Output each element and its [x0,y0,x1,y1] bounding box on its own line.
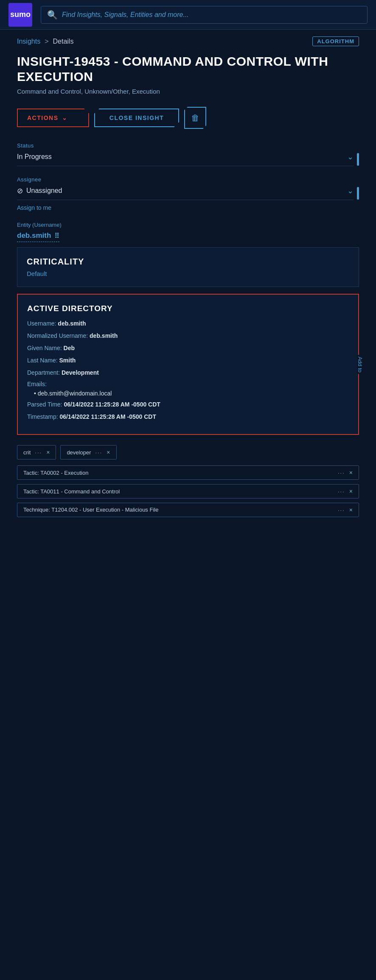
header: su mo 🔍 Find Insights, Signals, Entities… [0,0,376,30]
criticality-value: Default [27,270,349,277]
entity-section: Entity (Username) deb.smith ⠿ CRITICALIT… [17,222,359,435]
assignee-chevron-icon: ⌄ [347,186,354,195]
criticality-card: CRITICALITY Default [17,247,359,287]
search-placeholder: Find Insights, Signals, Entities and mor… [62,11,189,19]
assignee-label: Assignee [17,176,359,183]
technique-user-execution-close[interactable]: × [349,507,353,513]
assignee-value: ⊘ Unassigned [17,187,62,195]
logo: su mo [8,3,32,27]
active-directory-wrapper: ACTIVE DIRECTORY Username: deb.smith Nor… [17,294,359,435]
ad-department: Department: Development [27,368,349,377]
tag-crit: crit ··· × [17,445,56,459]
search-icon: 🔍 [47,10,58,20]
breadcrumb-insights-link[interactable]: Insights [17,38,40,45]
breadcrumb-current: Details [53,38,73,45]
entity-username-link[interactable]: deb.smith ⠿ [17,231,59,242]
user-icon: ⊘ [17,187,23,195]
tactic-command-control-close[interactable]: × [349,488,353,495]
technique-user-execution-label: Technique: T1204.002 - User Execution - … [23,507,158,513]
ad-last-name: Last Name: Smith [27,356,349,365]
insight-title: INSIGHT-19453 - COMMAND AND CONTROL WITH… [17,54,359,84]
criticality-title: CRITICALITY [27,257,349,267]
tactic-execution-label: Tactic: TA0002 - Execution [23,470,88,476]
ad-norm-username: Normalized Username: deb.smith [27,331,349,340]
close-insight-button[interactable]: CLOSE INSIGHT [94,109,179,127]
ad-email-item: deb.smith@windomain.local [34,390,349,397]
status-chevron-icon: ⌄ [347,152,354,161]
search-bar[interactable]: 🔍 Find Insights, Signals, Entities and m… [41,6,368,24]
entity-label: Entity (Username) [17,222,359,228]
tag-developer: developer ··· × [60,445,116,459]
trash-button[interactable]: 🗑 [184,107,206,129]
assignee-field: Assignee ⊘ Unassigned ⌄ Assign to me [17,176,359,212]
chevron-down-icon: ⌄ [62,114,68,121]
tag-developer-close[interactable]: × [107,449,110,456]
tactic-execution-dots[interactable]: ··· [338,470,345,476]
status-label: Status [17,142,359,149]
active-directory-title: ACTIVE DIRECTORY [27,304,349,313]
status-dropdown[interactable]: In Progress ⌄ [17,152,354,166]
tactic-command-control: Tactic: TA0011 - Command and Control ···… [17,484,359,498]
tactic-command-control-label: Tactic: TA0011 - Command and Control [23,488,120,495]
breadcrumb-separator: > [45,38,48,45]
tag-developer-label: developer [67,449,91,456]
technique-user-execution: Technique: T1204.002 - User Execution - … [17,503,359,517]
algorithm-badge: ALGORITHM [312,36,359,46]
tag-developer-dots[interactable]: ··· [95,449,102,456]
ad-given-name: Given Name: Deb [27,344,349,353]
grid-icon: ⠿ [54,232,59,240]
tag-crit-close[interactable]: × [46,449,50,456]
actions-button[interactable]: ACTIONS ⌄ [17,109,89,127]
ad-parsed-time: Parsed Time: 06/14/2022 11:25:28 AM -050… [27,400,349,409]
assignee-scrollbar [357,187,359,200]
actions-label: ACTIONS [27,114,59,121]
status-scrollbar [357,153,359,166]
main-content: INSIGHT-19453 - COMMAND AND CONTROL WITH… [0,50,376,534]
status-value: In Progress [17,153,52,161]
assignee-dropdown[interactable]: ⊘ Unassigned ⌄ [17,186,354,200]
technique-user-execution-dots[interactable]: ··· [338,507,345,513]
breadcrumb-area: Insights > Details ALGORITHM [0,30,376,50]
add-to-link[interactable]: Add to [357,355,363,374]
tags-area: crit ··· × developer ··· × [17,445,359,459]
assign-to-me-link[interactable]: Assign to me [17,204,51,211]
breadcrumb: Insights > Details [17,38,73,45]
tactic-execution-close[interactable]: × [349,469,353,476]
tactic-command-control-dots[interactable]: ··· [338,488,345,495]
insight-subtitle: Command and Control, Unknown/Other, Exec… [17,88,359,95]
ad-timestamp: Timestamp: 06/14/2022 11:25:28 AM -0500 … [27,412,349,421]
tag-crit-label: crit [23,449,31,456]
ad-username: Username: deb.smith [27,319,349,328]
status-field: Status In Progress ⌄ [17,142,359,166]
ad-emails-label: Emails: [27,381,349,387]
tactic-execution: Tactic: TA0002 - Execution ··· × [17,465,359,480]
active-directory-card: ACTIVE DIRECTORY Username: deb.smith Nor… [17,294,359,435]
trash-icon: 🗑 [191,113,199,123]
tag-crit-dots[interactable]: ··· [35,449,42,456]
tactics-area: Tactic: TA0002 - Execution ··· × Tactic:… [17,465,359,517]
action-buttons: ACTIONS ⌄ CLOSE INSIGHT 🗑 [17,107,359,129]
